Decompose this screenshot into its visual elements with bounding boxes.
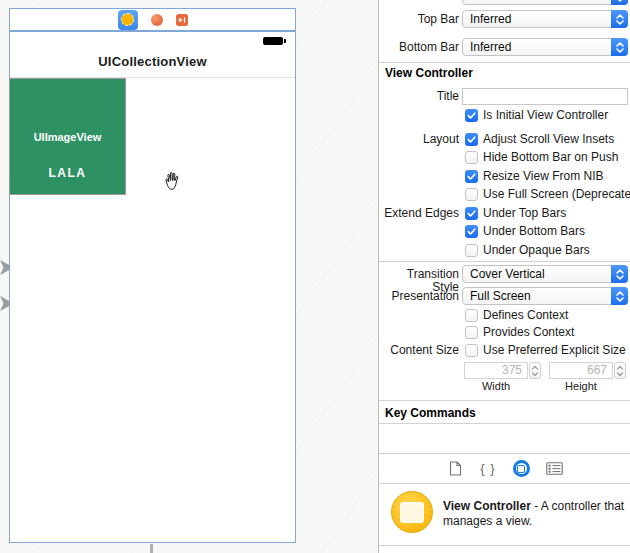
width-field: 375 [464,362,528,379]
extend-edges-label: Extend Edges [379,207,459,220]
layout-row-1: Layout Adjust Scroll View Insets [379,133,628,147]
defines-context-row: Defines Context [379,309,628,323]
separator [379,423,630,424]
first-responder-icon[interactable] [151,14,163,26]
separator [379,400,630,401]
scene-resize-handle[interactable] [150,544,153,553]
separator [379,62,630,63]
file-template-icon[interactable] [446,460,464,478]
full-screen-deprecated-checkbox[interactable] [465,188,478,201]
extend-edges-row-2: Under Bottom Bars [379,225,628,239]
height-stepper [614,362,626,379]
transition-style-select[interactable]: Cover Vertical [462,265,628,283]
chevron-up-down-icon [611,0,628,5]
image-view-class-label: UIImageView [10,131,125,143]
chevron-up-down-icon [611,265,628,283]
height-field: 667 [549,362,613,379]
provides-context-row: Provides Context [379,326,628,340]
battery-icon [263,37,283,45]
initial-view-controller-row: Is Initial View Controller [379,109,628,123]
separator [379,545,630,546]
open-hand-cursor-icon [163,168,184,191]
layout-row-3: Resize View From NIB [379,170,628,184]
presentation-select[interactable]: Full Screen [462,287,628,305]
separator [379,483,630,484]
presentation-label: Presentation [379,290,459,303]
layout-label: Layout [379,133,459,146]
view-controller-scene[interactable]: UICollectionView UIImageView LALA [9,31,296,543]
exit-arrow-icon [178,16,186,24]
nav-bar-title: UICollectionView [10,54,295,69]
content-size-row: Content Size Use Preferred Explicit Size [379,344,628,358]
view-controller-badge-icon [391,491,433,533]
code-snippet-icon[interactable]: { } [479,460,497,478]
height-caption: Height [549,380,613,392]
chevron-up-down-icon [611,38,628,56]
initial-view-controller-checkbox[interactable] [465,109,478,122]
adjust-scroll-insets-checkbox[interactable] [465,133,478,146]
extend-edges-row-3: Under Opaque Bars [379,244,628,258]
separator [379,261,630,262]
resize-view-nib-checkbox[interactable] [465,170,478,183]
bottom-bar-label: Bottom Bar [379,41,459,54]
image-view-text-label: LALA [10,166,125,180]
width-caption: Width [464,380,528,392]
width-stepper [529,362,541,379]
layout-row-2: Hide Bottom Bar on Push [379,151,628,165]
defines-context-checkbox[interactable] [465,309,478,322]
xcode-interface-builder: UICollectionView UIImageView LALA Top Ba… [0,0,630,553]
title-field[interactable] [462,88,628,105]
description-title: View Controller [443,499,531,513]
under-top-bars-checkbox[interactable] [465,207,478,220]
view-controller-description: View Controller - A controller that mana… [443,499,626,529]
extend-edges-row-1: Extend Edges Under Top Bars [379,207,628,221]
scene-dock [9,8,296,31]
preferred-explicit-size-checkbox[interactable] [465,344,478,357]
image-view[interactable]: UIImageView LALA [9,78,126,195]
top-bar-select[interactable]: Inferred [462,10,628,28]
view-controller-section-header: View Controller [385,66,473,80]
chevron-up-down-icon [611,10,628,28]
top-bar-label: Top Bar [379,13,459,26]
object-library-icon[interactable] [512,460,530,478]
storyboard-canvas[interactable]: UICollectionView UIImageView LALA [0,0,378,553]
bottom-bar-select[interactable]: Inferred [462,38,628,56]
content-size-label: Content Size [379,344,459,357]
attributes-inspector: Top Bar Inferred Bottom Bar Inferred Vie… [378,0,630,553]
separator [379,453,630,454]
nav-bar-partial-select[interactable] [462,0,628,5]
under-bottom-bars-checkbox[interactable] [465,225,478,238]
key-commands-section-header: Key Commands [385,406,476,420]
exit-icon[interactable] [176,14,188,26]
under-opaque-bars-checkbox[interactable] [465,244,478,257]
title-label: Title [379,90,459,103]
media-library-icon[interactable] [545,460,563,478]
chevron-up-down-icon [611,287,628,305]
view-controller-dot-icon [121,13,134,26]
library-tab-bar: { } [379,455,630,482]
provides-context-checkbox[interactable] [465,326,478,339]
view-controller-icon[interactable] [118,10,138,30]
hide-bottom-bar-checkbox[interactable] [465,151,478,164]
layout-row-4: Use Full Screen (Deprecated) [379,188,628,202]
